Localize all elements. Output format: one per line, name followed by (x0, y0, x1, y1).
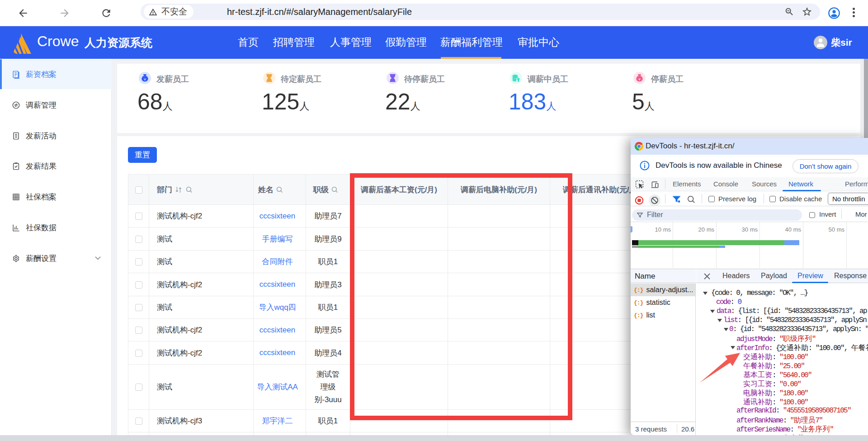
svg-text:¥: ¥ (143, 77, 146, 81)
svg-text:¥: ¥ (638, 77, 641, 81)
